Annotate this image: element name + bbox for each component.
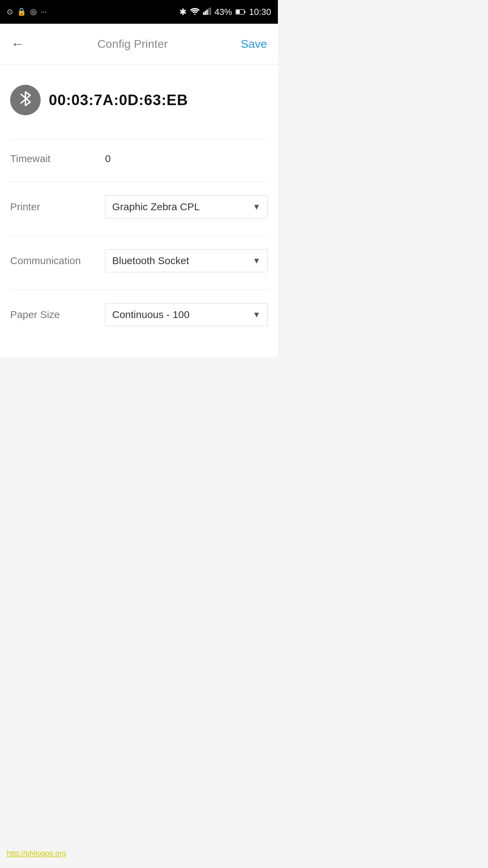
signal-icon bbox=[203, 7, 211, 17]
communication-row: Communication Bluetooth Socket ▼ bbox=[10, 246, 268, 276]
paper-size-dropdown-arrow-icon: ▼ bbox=[252, 310, 261, 319]
printer-dropdown[interactable]: Graphic Zebra CPL ▼ bbox=[105, 195, 268, 218]
time-display: 10:30 bbox=[249, 7, 271, 17]
communication-dropdown[interactable]: Bluetooth Socket ▼ bbox=[105, 249, 268, 272]
wifi-icon bbox=[190, 7, 200, 17]
divider-1 bbox=[10, 139, 268, 139]
timewait-value: 0 bbox=[105, 153, 111, 164]
footer-url[interactable]: http://philogos.org bbox=[7, 849, 66, 858]
divider-3 bbox=[10, 235, 268, 236]
paper-size-row: Paper Size Continuous - 100 ▼ bbox=[10, 300, 268, 330]
svg-rect-5 bbox=[210, 7, 211, 15]
battery-icon bbox=[236, 7, 246, 17]
lock-icon: 🔒 bbox=[17, 7, 26, 16]
status-left-icons: ⊙ 🔒 ◎ ··· bbox=[7, 7, 47, 16]
svg-rect-2 bbox=[205, 11, 206, 15]
bluetooth-status-icon: ✱ bbox=[179, 7, 187, 17]
battery-percent: 43% bbox=[215, 7, 232, 17]
main-content: 00:03:7A:0D:63:EB Timewait 0 Printer Gra… bbox=[0, 64, 278, 357]
save-button[interactable]: Save bbox=[238, 35, 270, 53]
page-title: Config Printer bbox=[97, 37, 168, 51]
printer-dropdown-arrow-icon: ▼ bbox=[252, 202, 261, 212]
back-button[interactable]: ← bbox=[8, 34, 27, 54]
paper-size-label: Paper Size bbox=[10, 309, 105, 320]
printer-dropdown-value: Graphic Zebra CPL bbox=[112, 201, 200, 213]
device-header: 00:03:7A:0D:63:EB bbox=[10, 78, 268, 122]
timewait-label: Timewait bbox=[10, 153, 105, 164]
communication-dropdown-value: Bluetooth Socket bbox=[112, 255, 189, 267]
communication-dropdown-arrow-icon: ▼ bbox=[252, 256, 261, 265]
timewait-row: Timewait 0 bbox=[10, 150, 268, 168]
printer-row: Printer Graphic Zebra CPL ▼ bbox=[10, 192, 268, 222]
svg-rect-8 bbox=[244, 11, 245, 13]
paper-size-dropdown[interactable]: Continuous - 100 ▼ bbox=[105, 303, 268, 326]
device-mac-address: 00:03:7A:0D:63:EB bbox=[49, 92, 188, 108]
svg-rect-4 bbox=[208, 8, 209, 15]
status-bar: ⊙ 🔒 ◎ ··· ✱ 43% bbox=[0, 0, 278, 24]
divider-4 bbox=[10, 289, 268, 290]
svg-rect-7 bbox=[236, 10, 240, 14]
svg-rect-3 bbox=[206, 9, 208, 15]
app-icon-1: ⊙ bbox=[7, 7, 13, 16]
sync-icon: ◎ bbox=[30, 7, 37, 16]
communication-label: Communication bbox=[10, 255, 105, 267]
printer-label: Printer bbox=[10, 201, 105, 213]
svg-point-0 bbox=[194, 14, 196, 15]
status-right-icons: ✱ 43% 10:30 bbox=[179, 7, 271, 17]
dots-icon: ··· bbox=[41, 7, 47, 16]
paper-size-dropdown-value: Continuous - 100 bbox=[112, 309, 190, 320]
svg-rect-1 bbox=[203, 12, 204, 15]
divider-2 bbox=[10, 181, 268, 182]
bluetooth-device-icon bbox=[10, 85, 41, 115]
toolbar: ← Config Printer Save bbox=[0, 24, 278, 64]
